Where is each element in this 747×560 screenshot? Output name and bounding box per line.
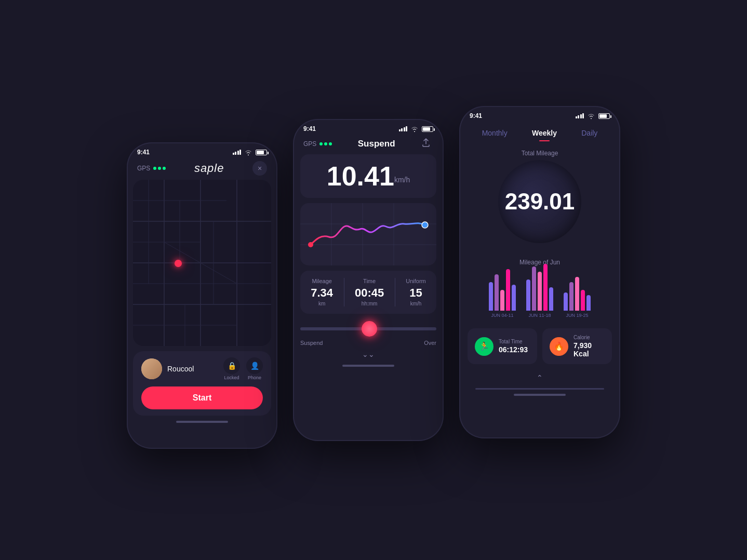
summary-cards: 🏃 Total Time 06:12:93 🔥 Calorie 7,930 Kc… (468, 328, 612, 364)
wifi-icon-2 (411, 126, 418, 132)
stat-time: Time 00:45 hh:mm (355, 278, 384, 306)
calorie-label: Calorie (573, 335, 605, 340)
fire-icon: 🔥 (550, 337, 568, 356)
gps-dots-1 (153, 167, 166, 170)
signal-icon (233, 150, 242, 155)
chart-week-group: JUN 19-25 (564, 277, 591, 318)
chart-week-group: JUN 11-18 (526, 264, 553, 318)
tab-daily[interactable]: Daily (577, 127, 602, 139)
phone1-header: GPS saple × (127, 159, 277, 180)
time-unit: hh:mm (355, 301, 384, 306)
uniform-label: Uniform (406, 278, 426, 284)
phone-running: 9:41 GPS (293, 119, 444, 441)
phone2-header: GPS Suspend (293, 136, 444, 154)
mileage-unit: km (311, 301, 333, 306)
slider-thumb[interactable] (362, 321, 377, 337)
chart-week-label: JUN 04-11 (491, 313, 513, 318)
scroll-indicator (475, 388, 604, 390)
route-svg (300, 203, 436, 265)
suspend-title: Suspend (358, 139, 395, 149)
app-title: saple (194, 162, 224, 175)
calorie-value: 7,930 Kcal (573, 341, 605, 358)
gps-dots-2 (319, 142, 332, 145)
suspend-label: Suspend (300, 340, 323, 346)
lock-icon: 🔒 (223, 357, 240, 374)
route-card (300, 203, 436, 265)
mileage-circle: 239.01 (498, 160, 581, 243)
home-indicator-3 (514, 394, 566, 396)
chart-bar (506, 269, 510, 311)
avatar (141, 358, 162, 379)
chart-bar (564, 292, 568, 311)
total-mileage-section: Total Mileage 239.01 (459, 141, 620, 254)
signal-icon-2 (399, 126, 408, 131)
phone-icon-action[interactable]: 👤 Phone (246, 357, 263, 380)
gps-indicator-2: GPS (303, 140, 332, 148)
svg-point-22 (422, 222, 428, 228)
total-time-value: 06:12:93 (499, 345, 528, 354)
status-icons-3 (576, 113, 610, 119)
start-button[interactable]: Start (141, 386, 263, 409)
battery-icon (256, 150, 267, 155)
status-bar-3: 9:41 (459, 106, 620, 123)
tab-monthly[interactable]: Monthly (478, 127, 512, 139)
user-row: Roucool 🔒 Locked 👤 Phone (141, 357, 263, 380)
wifi-icon-3 (588, 113, 595, 119)
chart-bar-group (564, 277, 591, 311)
mileage-label: Mileage (311, 278, 333, 284)
action-icons: 🔒 Locked 👤 Phone (223, 357, 263, 380)
uniform-value: 15 (406, 286, 426, 300)
battery-icon-3 (598, 113, 610, 119)
chart-week-label: JUN 19-25 (566, 313, 588, 318)
time-label: Time (355, 278, 384, 284)
summary-card-calorie: 🔥 Calorie 7,930 Kcal (542, 328, 612, 364)
phone-icon: 👤 (246, 357, 263, 374)
chart-bar (549, 287, 553, 311)
phone-stats: 9:41 Monthly Weekly Daily (459, 106, 620, 438)
time-2: 9:41 (303, 125, 316, 132)
chart-section: Mileage of Jun JUN 04-11JUN 11-18JUN 19-… (459, 254, 620, 323)
chart-bar (543, 264, 548, 311)
chevron-down-icon[interactable]: ⌄⌄ (293, 346, 444, 363)
gps-indicator-1: GPS (137, 165, 166, 172)
chart-bar (489, 282, 493, 311)
chart-bar (538, 272, 542, 311)
time-1: 9:41 (137, 149, 150, 156)
speed-value: 10.41 (327, 161, 394, 191)
home-indicator-2 (342, 365, 394, 367)
time-value: 00:45 (355, 286, 384, 300)
divider-2 (395, 278, 395, 306)
username: Roucool (167, 365, 218, 373)
chart-bar (581, 290, 585, 311)
divider-1 (344, 278, 344, 306)
status-bar-2: 9:41 (293, 119, 444, 136)
tabs-row: Monthly Weekly Daily (459, 123, 620, 141)
close-button[interactable]: × (252, 161, 267, 176)
summary-time-text: Total Time 06:12:93 (499, 339, 528, 354)
chart-bar (569, 282, 573, 311)
speed-card: 10.41km/h (300, 154, 436, 198)
share-icon[interactable] (421, 138, 433, 150)
stats-card: Mileage 7.34 km Time 00:45 hh:mm Uniform… (300, 271, 436, 314)
time-3: 9:41 (470, 112, 482, 119)
uniform-unit: km/h (406, 301, 426, 306)
phones-container: 9:41 GPS (127, 111, 620, 449)
chart-week-group: JUN 04-11 (489, 269, 516, 318)
slider-labels: Suspend Over (300, 340, 436, 346)
run-icon: 🏃 (475, 337, 493, 356)
chevron-up-icon[interactable]: ⌃ (459, 369, 620, 386)
battery-icon-2 (422, 126, 433, 132)
mileage-total-value: 239.01 (505, 189, 575, 215)
over-label: Over (424, 340, 436, 346)
mileage-value: 7.34 (311, 286, 333, 300)
tab-weekly[interactable]: Weekly (528, 127, 561, 139)
lock-icon-action[interactable]: 🔒 Locked (223, 357, 240, 380)
summary-card-time: 🏃 Total Time 06:12:93 (468, 328, 537, 364)
slider-area[interactable] (300, 321, 436, 337)
chart-bar (586, 295, 591, 311)
map-pin (175, 260, 182, 267)
chart-bar-group (489, 269, 516, 311)
chart-bar (526, 279, 530, 311)
total-time-label: Total Time (499, 339, 528, 344)
map-area (133, 180, 271, 346)
